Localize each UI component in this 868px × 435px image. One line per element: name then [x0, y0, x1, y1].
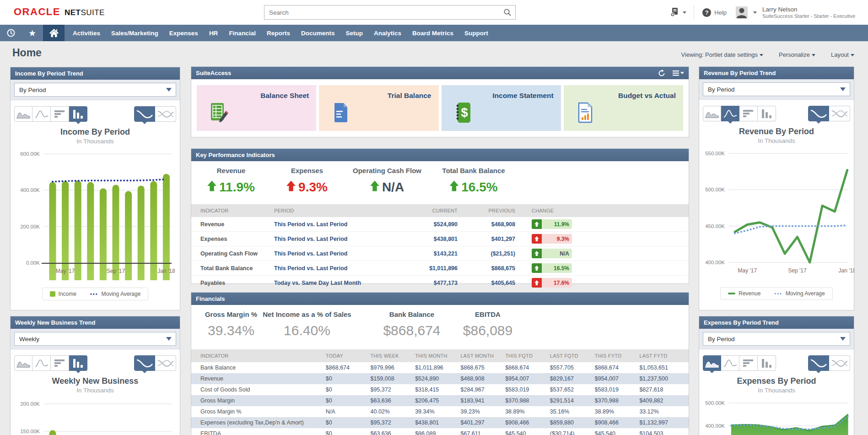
layout-menu[interactable]: Layout — [831, 51, 854, 58]
financials-value: $370,988 — [501, 395, 546, 406]
portlet-header[interactable]: SuiteAccess — [191, 67, 689, 79]
kpi-previous: $405,645 — [461, 276, 519, 290]
financials-value: $95,372 — [367, 384, 412, 395]
table-row: Bank Balance$868,674$979,996$1,011,896$8… — [191, 362, 689, 373]
kpi-period[interactable]: This Period vs. Last Period — [270, 261, 399, 276]
portlet-header[interactable]: Income By Period Trend — [11, 67, 180, 80]
hbar-chart-icon[interactable] — [739, 106, 758, 121]
financials-value: $859,880 — [546, 417, 591, 428]
kpi-period[interactable]: This Period vs. Last Period — [270, 246, 399, 261]
nav-item-setup[interactable]: Setup — [340, 25, 368, 41]
portlet-header[interactable]: Weekly New Business Trend — [11, 316, 180, 329]
financials-value: 38.89% — [591, 406, 636, 417]
nav-item-board-metrics[interactable]: Board Metrics — [407, 25, 459, 41]
chevron-down-icon — [753, 11, 757, 14]
svg-text:$: $ — [461, 106, 468, 120]
moving-average-off-icon[interactable] — [155, 355, 176, 371]
moving-average-off-icon[interactable] — [829, 106, 850, 121]
suiteaccess-card-trial-balance[interactable]: Trial Balance — [319, 85, 438, 131]
line-chart-icon[interactable] — [32, 355, 51, 371]
viewing-portlet-date-settings[interactable]: Viewing: Portlet date settings — [681, 51, 763, 58]
hbar-chart-icon[interactable] — [739, 355, 758, 371]
table-row: EBITDA$0$63,636$86,089$67,611$45,540($30… — [191, 428, 689, 435]
hbar-chart-icon[interactable] — [51, 355, 69, 371]
kpi-period[interactable]: This Period vs. Last Period — [270, 217, 399, 232]
nav-item-support[interactable]: Support — [459, 25, 494, 41]
area-chart-icon[interactable] — [703, 355, 721, 371]
chevron-down-icon — [166, 88, 172, 92]
area-chart-icon[interactable] — [14, 355, 32, 371]
nav-item-activities[interactable]: Activities — [67, 25, 106, 41]
nav-item-reports[interactable]: Reports — [261, 25, 296, 41]
financials-value: $954,007 — [591, 373, 636, 384]
suiteaccess-card-budget-vs-actual[interactable]: Budget vs Actual — [564, 85, 683, 131]
chevron-down-icon — [166, 337, 172, 341]
create-new-button[interactable] — [663, 7, 694, 17]
period-select[interactable]: By Period — [703, 82, 850, 96]
search-input[interactable] — [264, 9, 500, 16]
chevron-down-icon — [840, 87, 846, 91]
kpi-previous: $868,675 — [461, 261, 519, 276]
suiteaccess-card-balance-sheet[interactable]: Balance Sheet — [197, 85, 316, 131]
search-icon[interactable] — [500, 5, 515, 19]
financials-value: $557,705 — [546, 362, 591, 373]
refresh-icon[interactable] — [658, 70, 665, 77]
portlet-header[interactable]: Financials — [191, 293, 689, 305]
hbar-chart-icon[interactable] — [51, 106, 69, 122]
vbar-chart-icon[interactable] — [758, 355, 776, 371]
area-chart-icon[interactable] — [14, 106, 32, 122]
kpi-period[interactable]: Today vs. Same Day Last Month — [270, 276, 399, 290]
period-select[interactable]: By Period — [14, 83, 176, 97]
oracle-wordmark: ORACLE — [14, 6, 60, 18]
line-chart-icon[interactable] — [721, 106, 739, 121]
moving-average-on-icon[interactable] — [808, 355, 829, 371]
portlet-header[interactable]: Key Performance Indicators — [191, 149, 689, 161]
moving-average-on-icon[interactable] — [134, 355, 155, 371]
line-chart-icon[interactable] — [32, 106, 51, 122]
period-select[interactable]: By Period — [703, 332, 850, 346]
global-search[interactable] — [264, 5, 516, 20]
kpi-change: 17.6% — [519, 276, 590, 290]
chart-title: Weekly New Business — [11, 376, 180, 386]
suiteaccess-card-income-statement[interactable]: Income Statement$ — [442, 85, 561, 131]
nav-item-sales-marketing[interactable]: Sales/Marketing — [106, 25, 164, 41]
area-chart-icon[interactable] — [703, 106, 721, 121]
home-icon — [49, 28, 59, 38]
line-chart-icon[interactable] — [721, 355, 739, 371]
weekly-select[interactable]: Weekly — [14, 332, 176, 346]
moving-average-on-icon[interactable] — [134, 106, 155, 122]
nav-item-analytics[interactable]: Analytics — [368, 25, 407, 41]
financials-value: $95,372 — [367, 417, 412, 428]
recent-records-icon[interactable] — [0, 25, 22, 41]
moving-average-off-icon[interactable] — [155, 106, 176, 122]
income-swatch — [50, 291, 55, 297]
kpi-change: 9.3% — [519, 232, 590, 246]
moving-average-off-icon[interactable] — [829, 355, 850, 371]
portlet-header[interactable]: Expenses By Period Trend — [699, 316, 854, 329]
chart-title: Income By Period — [11, 127, 180, 137]
nav-item-financial[interactable]: Financial — [223, 25, 261, 41]
vbar-chart-icon[interactable] — [69, 106, 87, 122]
change-badge: N/A — [532, 249, 572, 258]
moving-average-on-icon[interactable] — [808, 106, 829, 121]
vbar-chart-icon[interactable] — [758, 106, 776, 121]
table-row: Total Bank BalanceThis Period vs. Last P… — [191, 261, 689, 276]
nav-item-documents[interactable]: Documents — [296, 25, 340, 41]
shortcuts-star-icon[interactable]: ★ — [22, 25, 43, 41]
financials-value: $908,466 — [591, 417, 636, 428]
user-menu[interactable]: Larry Nelson SuiteSuccess Starter - Star… — [735, 6, 868, 19]
financials-value: $370,988 — [591, 395, 636, 406]
portlet-header[interactable]: Revenue By Period Trend — [699, 67, 854, 79]
nav-item-hr[interactable]: HR — [204, 25, 224, 41]
nav-item-expenses[interactable]: Expenses — [164, 25, 204, 41]
home-tab[interactable] — [43, 25, 65, 41]
expenses-by-period-trend-portlet: Expenses By Period Trend By Period Expen… — [699, 316, 854, 435]
kpi-period[interactable]: This Period vs. Last Period — [270, 232, 399, 246]
vbar-chart-icon[interactable] — [69, 355, 87, 371]
help-button[interactable]: ? Help — [694, 8, 735, 17]
chart-subtitle: In Thousands — [699, 387, 854, 394]
personalize-menu[interactable]: Personalize — [779, 51, 815, 58]
financials-indicator: Bank Balance — [191, 362, 322, 373]
portlet-menu-icon[interactable] — [673, 71, 684, 76]
metric-label: Bank Balance — [383, 310, 440, 318]
